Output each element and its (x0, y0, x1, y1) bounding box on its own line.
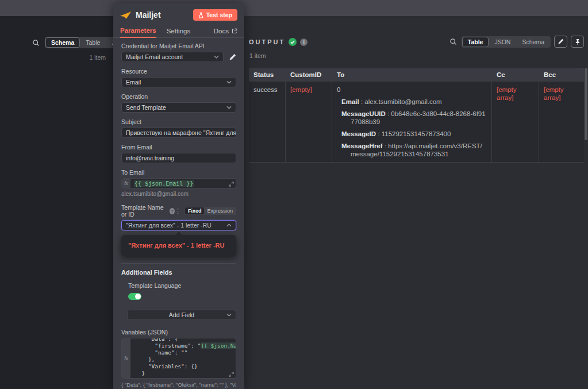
tab-settings[interactable]: Settings (167, 28, 191, 37)
col-header-bcc: Bcc (539, 71, 584, 78)
to-email-expression: {{ $json.Email }} (134, 180, 194, 187)
mode-expression[interactable]: Expression (204, 207, 236, 214)
template-select[interactable]: "Яхтинг для всех" - 1 letter -RU (121, 220, 236, 230)
template-language-toggle[interactable] (128, 293, 141, 300)
expand-editor-icon[interactable] (229, 372, 234, 377)
cell-cc: [empty array] (492, 82, 539, 162)
to-email-evaluated: alex.tsumibito@gmail.com (121, 191, 236, 197)
table-row: success [empty] 0 Email : alex.tsumibito… (249, 82, 584, 163)
to-entry-key: MessageHref (341, 142, 383, 149)
to-entry-key: MessageID (341, 130, 376, 137)
chevron-down-icon (226, 80, 232, 84)
tab-input-table[interactable]: Table (80, 37, 106, 48)
flask-icon (198, 12, 203, 18)
chevron-up-icon (226, 224, 232, 227)
variables-json-editor[interactable]: fx "Data": { "firstname": "{{ $json.Name… (121, 338, 236, 379)
chevron-down-icon (226, 313, 232, 317)
search-icon[interactable] (32, 39, 40, 47)
tab-output-json[interactable]: JSON (489, 37, 516, 47)
info-icon[interactable]: i (300, 38, 308, 46)
to-entry-value: 1152921531457873400 (382, 130, 451, 137)
cell-bcc: [empty array] (539, 82, 584, 162)
to-entry-email: Email : alex.tsumibito@gmail.com (337, 98, 487, 106)
pin-data-button[interactable] (571, 36, 584, 48)
to-email-label: To Email (121, 169, 236, 176)
operation-select[interactable]: Send Template (121, 102, 236, 113)
credential-select[interactable]: Mailjet Email account (121, 52, 224, 62)
success-check-icon (289, 38, 297, 46)
edit-credential-icon[interactable] (229, 53, 236, 61)
to-array-index: 0 (337, 86, 487, 94)
to-entry-value: alex.tsumibito@gmail.com (364, 98, 441, 105)
operation-value: Send Template (126, 104, 166, 111)
col-header-cc: Cc (492, 71, 539, 78)
tab-output-schema[interactable]: Schema (516, 37, 550, 47)
additional-fields-title: Additional Fields (121, 269, 236, 276)
fx-icon: fx (122, 179, 130, 188)
output-table: Status CustomID To Cc Bcc success [empty… (249, 68, 584, 163)
node-title: Mailjet (136, 10, 161, 20)
expand-expression-icon[interactable] (229, 182, 234, 187)
parameter-options-icon[interactable]: ⋮ (175, 208, 181, 214)
section-divider (121, 263, 236, 264)
add-field-label: Add Field (169, 311, 194, 318)
output-scrollbar[interactable] (585, 68, 587, 140)
template-dropdown-option[interactable]: "Яхтинг для всех" - 1 letter -RU (128, 242, 229, 249)
to-entry-key: MessageUUID (341, 110, 386, 117)
test-step-label: Test step (206, 11, 232, 18)
to-email-expression-input[interactable]: fx {{ $json.Email }} (121, 178, 236, 188)
col-header-status: Status (249, 71, 286, 78)
to-entry-key: Email (341, 98, 359, 105)
output-items-count: 1 item (249, 52, 266, 59)
fx-icon: fx (122, 338, 130, 378)
cell-status: success (249, 82, 286, 162)
cell-customid: [empty] (286, 82, 332, 162)
from-email-label: From Email (121, 144, 236, 151)
resource-value: Email (126, 79, 141, 86)
cell-to: 0 Email : alex.tsumibito@gmail.com Messa… (332, 82, 492, 162)
toggle-knob (135, 294, 141, 299)
template-language-label: Template Language (128, 282, 236, 289)
tab-output-table[interactable]: Table (462, 37, 489, 47)
col-header-to: To (332, 71, 492, 78)
to-entry-messageuuid: MessageUUID : 0b648e6c-3d80-44c8-8268-6f… (337, 110, 487, 126)
credential-label: Credential for Mailjet Email API (121, 43, 236, 49)
node-settings-panel: Mailjet Test step Parameters Settings Do… (113, 3, 244, 389)
output-search-icon[interactable] (449, 38, 457, 45)
output-table-header: Status CustomID To Cc Bcc (249, 68, 584, 82)
from-email-input[interactable]: info@navi.training (121, 153, 236, 163)
template-value: "Яхтинг для всех" - 1 letter -RU (126, 222, 212, 229)
tab-parameters[interactable]: Parameters (120, 27, 156, 38)
to-entry-messageid: MessageID : 1152921531457873400 (337, 130, 487, 138)
ndv-modal: Schema Table JSON 1 item OUTPUT i Table … (0, 0, 588, 389)
template-dropdown: "Яхтинг для всех" - 1 letter -RU (121, 235, 236, 256)
template-label: Template Name or ID ? (121, 204, 175, 218)
tab-input-schema[interactable]: Schema (45, 37, 80, 48)
operation-label: Operation (121, 93, 236, 100)
variables-label: Variables (JSON) (121, 329, 236, 336)
input-panel: Schema Table JSON 1 item (0, 16, 113, 389)
variables-code: "Data": { "firstname": "{{ $json.Name }}… (130, 338, 236, 377)
to-entry-messagehref: MessageHref : https://api.mailjet.com/v3… (337, 142, 487, 158)
chevron-down-icon (226, 106, 232, 109)
resource-label: Resource (121, 68, 236, 75)
output-display-mode-tabs: Table JSON Schema (462, 36, 551, 48)
output-panel: OUTPUT i Table JSON Schema 1 item (244, 16, 588, 389)
output-title: OUTPUT (249, 38, 285, 45)
add-field-button[interactable]: Add Field (127, 310, 236, 320)
input-items-count: 1 item (89, 54, 106, 61)
help-icon[interactable]: ? (170, 208, 175, 214)
expression-highlight: {{ $json.Name }} (201, 342, 236, 349)
subject-value: Приветствую на марафоне "Яхтинг для всех… (126, 129, 236, 136)
canvas-top-strip (0, 0, 588, 16)
test-step-button[interactable]: Test step (193, 9, 237, 21)
from-email-value: info@navi.training (126, 155, 174, 161)
mailjet-logo-icon (120, 11, 131, 19)
edit-output-button[interactable] (554, 36, 567, 48)
mode-fixed[interactable]: Fixed (185, 207, 205, 214)
credential-value: Mailjet Email account (126, 53, 183, 60)
docs-label: Docs (214, 28, 229, 34)
docs-link[interactable]: Docs (214, 28, 237, 37)
resource-select[interactable]: Email (121, 77, 236, 87)
subject-input[interactable]: Приветствую на марафоне "Яхтинг для всех… (121, 128, 236, 138)
